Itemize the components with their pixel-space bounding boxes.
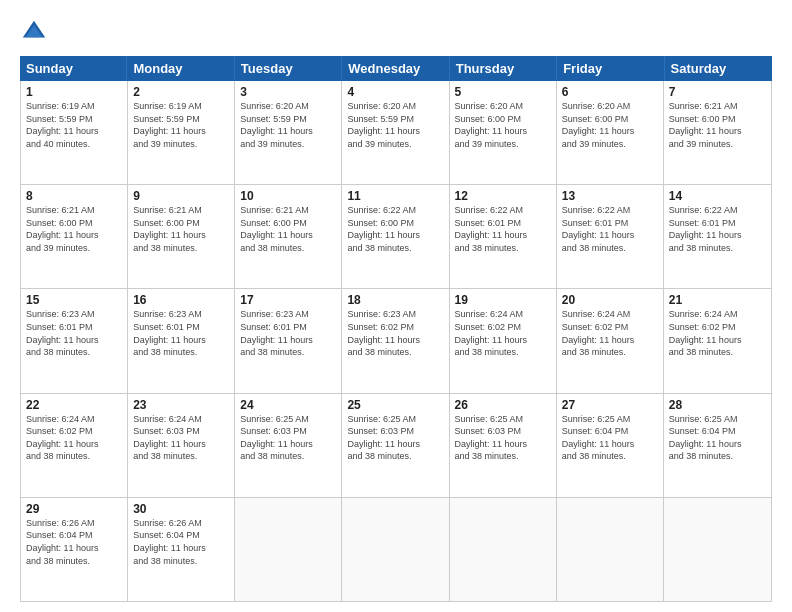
sunrise-label: Sunrise: 6:23 AM — [240, 309, 309, 319]
sunset-label: Sunset: 6:03 PM — [240, 426, 307, 436]
sunset-label: Sunset: 6:02 PM — [669, 322, 736, 332]
day-number: 1 — [26, 85, 122, 99]
calendar-cell: 18 Sunrise: 6:23 AM Sunset: 6:02 PM Dayl… — [342, 289, 449, 392]
day-info: Sunrise: 6:25 AM Sunset: 6:04 PM Dayligh… — [669, 413, 766, 463]
day-info: Sunrise: 6:24 AM Sunset: 6:02 PM Dayligh… — [562, 308, 658, 358]
daylight-label: Daylight: 11 hours — [133, 543, 206, 553]
calendar-cell: 17 Sunrise: 6:23 AM Sunset: 6:01 PM Dayl… — [235, 289, 342, 392]
calendar-cell — [235, 498, 342, 601]
sunset-label: Sunset: 6:01 PM — [562, 218, 629, 228]
daylight-label: Daylight: 11 hours — [26, 230, 99, 240]
calendar-cell: 22 Sunrise: 6:24 AM Sunset: 6:02 PM Dayl… — [21, 394, 128, 497]
day-info: Sunrise: 6:22 AM Sunset: 6:01 PM Dayligh… — [455, 204, 551, 254]
calendar-cell: 8 Sunrise: 6:21 AM Sunset: 6:00 PM Dayli… — [21, 185, 128, 288]
daylight-label: Daylight: 11 hours — [26, 439, 99, 449]
day-number: 10 — [240, 189, 336, 203]
sunrise-label: Sunrise: 6:26 AM — [133, 518, 202, 528]
calendar-row-3: 15 Sunrise: 6:23 AM Sunset: 6:01 PM Dayl… — [21, 288, 771, 392]
day-number: 29 — [26, 502, 122, 516]
calendar-cell: 28 Sunrise: 6:25 AM Sunset: 6:04 PM Dayl… — [664, 394, 771, 497]
daylight-label: Daylight: 11 hours — [455, 335, 528, 345]
daylight-minutes: and 38 minutes. — [347, 347, 411, 357]
daylight-label: Daylight: 11 hours — [133, 335, 206, 345]
day-info: Sunrise: 6:25 AM Sunset: 6:03 PM Dayligh… — [455, 413, 551, 463]
calendar-cell: 12 Sunrise: 6:22 AM Sunset: 6:01 PM Dayl… — [450, 185, 557, 288]
daylight-label: Daylight: 11 hours — [562, 126, 635, 136]
day-info: Sunrise: 6:23 AM Sunset: 6:01 PM Dayligh… — [26, 308, 122, 358]
sunset-label: Sunset: 6:04 PM — [669, 426, 736, 436]
sunrise-label: Sunrise: 6:23 AM — [133, 309, 202, 319]
daylight-minutes: and 38 minutes. — [562, 451, 626, 461]
day-number: 15 — [26, 293, 122, 307]
daylight-minutes: and 38 minutes. — [133, 556, 197, 566]
calendar-cell: 25 Sunrise: 6:25 AM Sunset: 6:03 PM Dayl… — [342, 394, 449, 497]
sunrise-label: Sunrise: 6:25 AM — [347, 414, 416, 424]
sunrise-label: Sunrise: 6:21 AM — [240, 205, 309, 215]
daylight-label: Daylight: 11 hours — [562, 230, 635, 240]
day-number: 19 — [455, 293, 551, 307]
header-day-friday: Friday — [557, 56, 664, 81]
day-number: 8 — [26, 189, 122, 203]
day-number: 14 — [669, 189, 766, 203]
daylight-minutes: and 38 minutes. — [240, 243, 304, 253]
calendar-cell: 23 Sunrise: 6:24 AM Sunset: 6:03 PM Dayl… — [128, 394, 235, 497]
calendar-cell: 1 Sunrise: 6:19 AM Sunset: 5:59 PM Dayli… — [21, 81, 128, 184]
calendar-cell: 13 Sunrise: 6:22 AM Sunset: 6:01 PM Dayl… — [557, 185, 664, 288]
sunrise-label: Sunrise: 6:24 AM — [669, 309, 738, 319]
calendar-cell: 11 Sunrise: 6:22 AM Sunset: 6:00 PM Dayl… — [342, 185, 449, 288]
sunset-label: Sunset: 6:00 PM — [133, 218, 200, 228]
day-info: Sunrise: 6:25 AM Sunset: 6:03 PM Dayligh… — [240, 413, 336, 463]
day-number: 25 — [347, 398, 443, 412]
sunset-label: Sunset: 6:02 PM — [347, 322, 414, 332]
calendar-row-1: 1 Sunrise: 6:19 AM Sunset: 5:59 PM Dayli… — [21, 81, 771, 184]
header-day-wednesday: Wednesday — [342, 56, 449, 81]
sunset-label: Sunset: 5:59 PM — [240, 114, 307, 124]
calendar-cell: 14 Sunrise: 6:22 AM Sunset: 6:01 PM Dayl… — [664, 185, 771, 288]
sunset-label: Sunset: 6:00 PM — [240, 218, 307, 228]
daylight-minutes: and 38 minutes. — [562, 243, 626, 253]
sunset-label: Sunset: 6:02 PM — [562, 322, 629, 332]
daylight-minutes: and 38 minutes. — [133, 347, 197, 357]
daylight-minutes: and 38 minutes. — [455, 347, 519, 357]
daylight-label: Daylight: 11 hours — [455, 126, 528, 136]
day-info: Sunrise: 6:20 AM Sunset: 5:59 PM Dayligh… — [347, 100, 443, 150]
day-number: 17 — [240, 293, 336, 307]
sunset-label: Sunset: 6:01 PM — [455, 218, 522, 228]
day-number: 27 — [562, 398, 658, 412]
sunrise-label: Sunrise: 6:22 AM — [562, 205, 631, 215]
daylight-minutes: and 38 minutes. — [455, 243, 519, 253]
calendar-cell — [342, 498, 449, 601]
day-info: Sunrise: 6:26 AM Sunset: 6:04 PM Dayligh… — [26, 517, 122, 567]
sunset-label: Sunset: 6:03 PM — [133, 426, 200, 436]
daylight-label: Daylight: 11 hours — [347, 335, 420, 345]
calendar-cell: 7 Sunrise: 6:21 AM Sunset: 6:00 PM Dayli… — [664, 81, 771, 184]
daylight-minutes: and 39 minutes. — [562, 139, 626, 149]
calendar-cell: 15 Sunrise: 6:23 AM Sunset: 6:01 PM Dayl… — [21, 289, 128, 392]
day-info: Sunrise: 6:21 AM Sunset: 6:00 PM Dayligh… — [240, 204, 336, 254]
sunrise-label: Sunrise: 6:25 AM — [455, 414, 524, 424]
calendar-cell: 30 Sunrise: 6:26 AM Sunset: 6:04 PM Dayl… — [128, 498, 235, 601]
sunrise-label: Sunrise: 6:25 AM — [240, 414, 309, 424]
daylight-minutes: and 39 minutes. — [240, 139, 304, 149]
daylight-minutes: and 38 minutes. — [133, 451, 197, 461]
daylight-label: Daylight: 11 hours — [669, 335, 742, 345]
sunset-label: Sunset: 6:03 PM — [455, 426, 522, 436]
day-number: 18 — [347, 293, 443, 307]
day-number: 16 — [133, 293, 229, 307]
sunset-label: Sunset: 6:02 PM — [455, 322, 522, 332]
calendar-cell: 3 Sunrise: 6:20 AM Sunset: 5:59 PM Dayli… — [235, 81, 342, 184]
calendar-cell: 4 Sunrise: 6:20 AM Sunset: 5:59 PM Dayli… — [342, 81, 449, 184]
daylight-label: Daylight: 11 hours — [26, 335, 99, 345]
calendar-cell: 27 Sunrise: 6:25 AM Sunset: 6:04 PM Dayl… — [557, 394, 664, 497]
daylight-minutes: and 38 minutes. — [240, 451, 304, 461]
day-number: 4 — [347, 85, 443, 99]
sunrise-label: Sunrise: 6:21 AM — [669, 101, 738, 111]
sunset-label: Sunset: 6:00 PM — [455, 114, 522, 124]
sunrise-label: Sunrise: 6:20 AM — [240, 101, 309, 111]
daylight-label: Daylight: 11 hours — [240, 335, 313, 345]
calendar-cell — [557, 498, 664, 601]
sunrise-label: Sunrise: 6:23 AM — [347, 309, 416, 319]
daylight-minutes: and 38 minutes. — [669, 243, 733, 253]
daylight-label: Daylight: 11 hours — [26, 126, 99, 136]
daylight-label: Daylight: 11 hours — [347, 439, 420, 449]
